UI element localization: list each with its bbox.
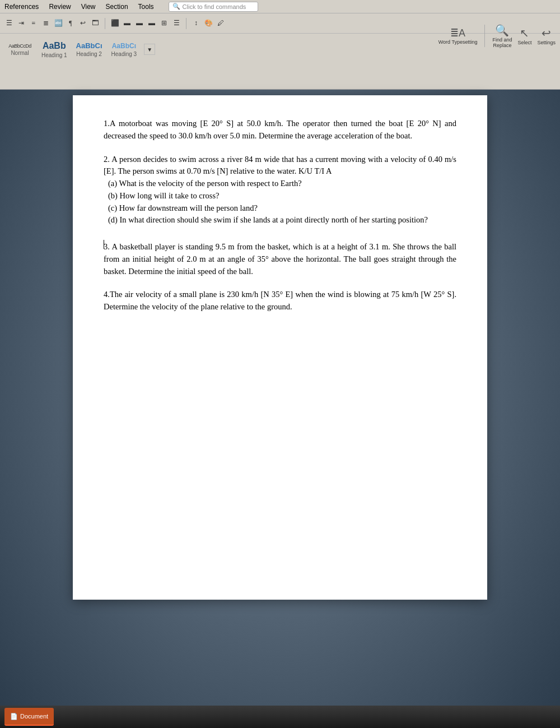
style-normal[interactable]: AaBbCcDd Normal	[4, 36, 35, 63]
select-icon: ↖	[520, 26, 529, 40]
word-typesetting-button[interactable]: ≣A Word Typesetting	[438, 27, 478, 45]
find-replace-label: Find andReplace	[492, 37, 512, 48]
find-icon: 🔍	[495, 24, 509, 37]
align-icons: ⬛ ▬ ▬ ▬ ⊞ ☰	[109, 18, 182, 29]
question-3-text: 3. A basketball player is standing 9.5 m…	[104, 241, 456, 277]
style-heading3[interactable]: AaBbCı Heading 3	[109, 36, 140, 63]
align-left-icon[interactable]: ⬛	[109, 18, 120, 29]
select-button[interactable]: ↖ Select	[517, 26, 531, 45]
style-heading2-preview: AaBbCı	[76, 41, 102, 50]
align-icon[interactable]: ≡	[28, 18, 39, 29]
style-normal-label: Normal	[11, 50, 29, 56]
style-heading2-label: Heading 2	[76, 51, 102, 57]
menu-references[interactable]: References	[4, 3, 39, 11]
question-2-parts: (a) What is the velocity of the person w…	[108, 178, 456, 226]
highlight-icon[interactable]: 🖊	[215, 18, 226, 29]
column-icon[interactable]: ⊞	[158, 18, 170, 29]
color-icon[interactable]: 🎨	[203, 18, 214, 29]
undo-icon[interactable]: ↩	[77, 18, 88, 29]
question-1: 1.A motorboat was moving [E 20° S] at 50…	[104, 118, 456, 142]
typesetting-icon: ≣A	[450, 27, 465, 39]
taskbar-doc-item[interactable]: 📄 Document	[4, 708, 54, 726]
find-replace-button[interactable]: 🔍 Find andReplace	[492, 24, 512, 48]
separator-1	[105, 18, 105, 29]
document-page: 1.A motorboat was moving [E 20° S] at 50…	[73, 95, 487, 600]
style-heading3-label: Heading 3	[111, 51, 137, 57]
more-styles-button[interactable]: ▼	[144, 44, 155, 55]
align2-icon[interactable]: ≣	[40, 18, 52, 29]
toolbar: References Review View Section Tools 🔍 C…	[0, 0, 560, 90]
select-label: Select	[517, 40, 531, 45]
question-2-intro: 2. A person decides to swim across a riv…	[104, 154, 456, 178]
indent-icons: ☰ ⇥ ≡ ≣ 🔤 ¶ ↩ 🗔	[3, 18, 101, 29]
spacing-icons: ↕ 🎨 🖊	[190, 18, 226, 29]
taskbar-doc-icon: 📄	[10, 713, 18, 720]
separator-2	[186, 18, 186, 29]
menu-section[interactable]: Section	[106, 3, 128, 11]
justify-icon[interactable]: ▬	[146, 18, 157, 29]
align-right-icon[interactable]: ▬	[134, 18, 145, 29]
command-search[interactable]: 🔍 Click to find commands	[169, 2, 258, 12]
search-icon: 🔍	[172, 3, 180, 10]
style-heading3-preview: AaBbCı	[112, 42, 136, 50]
redo-icon[interactable]: 🗔	[90, 18, 101, 29]
search-placeholder: Click to find commands	[183, 3, 246, 10]
question-4-text: 4.The air velocity of a small plane is 2…	[104, 289, 456, 313]
separator-3	[484, 25, 485, 47]
list2-icon[interactable]: ☰	[171, 18, 182, 29]
question-1-text: 1.A motorboat was moving [E 20° S] at 50…	[104, 118, 456, 142]
styles-row: AaBbCcDd Normal AaBb Heading 1 AaBbCı He…	[0, 34, 560, 65]
style-heading2[interactable]: AaBbCı Heading 2	[73, 36, 105, 63]
menu-review[interactable]: Review	[49, 3, 71, 11]
style-heading1-preview: AaBb	[43, 41, 66, 51]
style-heading1[interactable]: AaBb Heading 1	[39, 36, 70, 63]
right-toolbar: ≣A Word Typesetting 🔍 Find andReplace ↖ …	[438, 20, 556, 52]
style-normal-preview: AaBbCcDd	[8, 43, 31, 49]
taskbar-doc-label: Document	[20, 713, 48, 720]
question-2a: (a) What is the velocity of the person w…	[108, 178, 456, 190]
question-2c: (c) How far downstream will the person l…	[108, 202, 456, 215]
taskbar: 📄 Document	[0, 706, 560, 728]
menu-tools[interactable]: Tools	[138, 3, 154, 11]
style-heading1-label: Heading 1	[41, 52, 67, 58]
question-2: 2. A person decides to swim across a riv…	[104, 154, 456, 227]
indent-icon[interactable]: ⇥	[16, 18, 27, 29]
question-4: 4.The air velocity of a small plane is 2…	[104, 289, 456, 313]
linespacing-icon[interactable]: ↕	[190, 18, 202, 29]
question-3: 3. A basketball player is standing 9.5 m…	[104, 241, 456, 277]
align-center-icon[interactable]: ▬	[122, 18, 133, 29]
question-2b: (b) How long will it take to cross?	[108, 190, 456, 202]
question-2d: (d) In what direction should she swim if…	[108, 214, 456, 226]
settings-icon: ↩	[542, 26, 551, 40]
word-typesetting-label: Word Typesetting	[438, 39, 478, 45]
paragraph-icon[interactable]: ¶	[65, 18, 76, 29]
settings-button[interactable]: ↩ Settings	[537, 26, 556, 45]
settings-label: Settings	[537, 40, 556, 45]
menu-view[interactable]: View	[81, 3, 96, 11]
sort-icon[interactable]: 🔤	[53, 18, 64, 29]
menu-bar: References Review View Section Tools 🔍 C…	[0, 0, 560, 13]
list-icon[interactable]: ☰	[3, 18, 15, 29]
